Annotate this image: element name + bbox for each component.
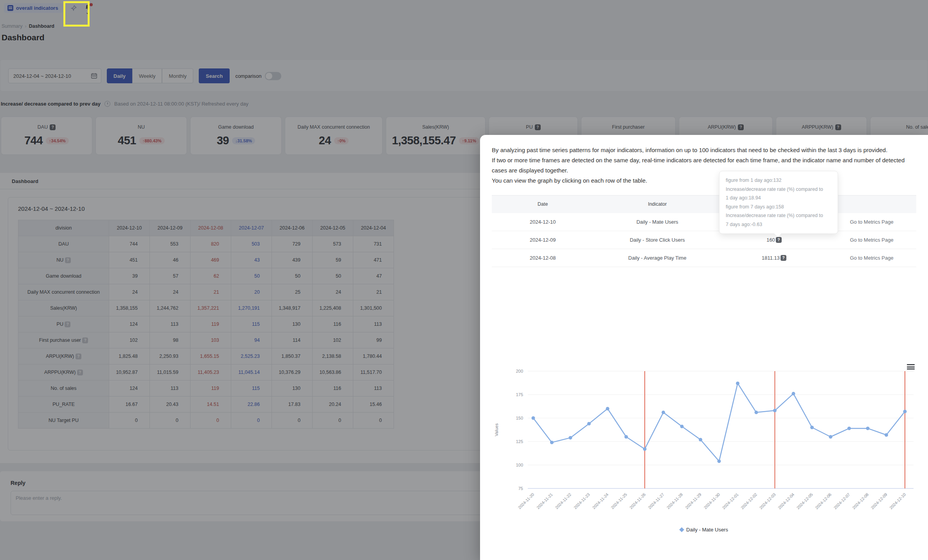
anomaly-indicator: Daily - Store Click Users xyxy=(593,231,721,249)
anomaly-indicator: Daily - Mate Users xyxy=(593,213,721,231)
svg-text:2024-12-10: 2024-12-10 xyxy=(888,492,907,510)
go-to-metrics-link[interactable]: Go to Metrics Page xyxy=(827,231,916,249)
modal-description-line: You can view the graph by clicking on ea… xyxy=(492,176,916,186)
svg-text:150: 150 xyxy=(516,416,523,420)
svg-text:2024-11-26: 2024-11-26 xyxy=(628,492,646,510)
highlight-box xyxy=(63,1,90,27)
tooltip-line: Increase/decrease rate rate (%) compared… xyxy=(726,211,831,220)
anomaly-date: 2024-12-10 xyxy=(492,213,593,231)
svg-text:175: 175 xyxy=(516,392,523,397)
figure-tooltip: figure from 1 day ago:132Increase/decrea… xyxy=(719,171,838,234)
svg-text:2024-12-06: 2024-12-06 xyxy=(814,492,833,510)
legend-label: Daily - Mate Users xyxy=(686,527,728,533)
svg-text:2024-11-24: 2024-11-24 xyxy=(591,492,609,510)
tooltip-line: 1 day ago:18.94 xyxy=(726,194,831,203)
anomaly-header-row: DateIndicator xyxy=(492,196,916,213)
help-icon[interactable]: ? xyxy=(781,255,786,261)
svg-text:2024-12-01: 2024-12-01 xyxy=(721,492,739,510)
tooltip-line: 7 days ago:-0.63 xyxy=(726,220,831,229)
modal-description-line: By analyzing past time series patterns f… xyxy=(492,145,916,155)
anomaly-date: 2024-12-09 xyxy=(492,231,593,249)
svg-text:2024-12-07: 2024-12-07 xyxy=(833,492,851,510)
svg-text:2024-12-04: 2024-12-04 xyxy=(777,492,795,510)
svg-text:125: 125 xyxy=(516,439,523,444)
svg-text:Values: Values xyxy=(494,423,499,436)
anomaly-figure: 1811.13? xyxy=(721,249,827,267)
svg-text:2024-11-29: 2024-11-29 xyxy=(684,492,702,510)
go-to-metrics-link[interactable]: Go to Metrics Page xyxy=(827,249,916,267)
help-icon[interactable]: ? xyxy=(776,237,782,243)
svg-text:2024-11-25: 2024-11-25 xyxy=(610,492,628,510)
svg-text:2024-11-30: 2024-11-30 xyxy=(703,492,721,510)
svg-text:2024-12-08: 2024-12-08 xyxy=(851,492,870,510)
chart-legend: Daily - Mate Users xyxy=(492,527,916,533)
svg-text:2024-11-27: 2024-11-27 xyxy=(647,492,665,510)
tooltip-line: figure from 7 days ago:158 xyxy=(726,203,831,212)
anomaly-row[interactable]: 2024-12-10Daily - Mate Users157?Go to Me… xyxy=(492,213,916,231)
svg-text:2024-12-03: 2024-12-03 xyxy=(758,492,777,510)
figure-value: 1811.13 xyxy=(762,255,780,261)
svg-text:2024-11-21: 2024-11-21 xyxy=(536,492,554,510)
svg-text:2024-12-02: 2024-12-02 xyxy=(740,492,758,510)
go-to-metrics-link[interactable]: Go to Metrics Page xyxy=(827,213,916,231)
modal-description-line: If two or more time frames are detected … xyxy=(492,155,916,176)
chart-menu-icon[interactable] xyxy=(907,364,915,370)
anomaly-table: DateIndicator2024-12-10Daily - Mate User… xyxy=(492,195,916,267)
svg-text:2024-11-23: 2024-11-23 xyxy=(573,492,591,510)
svg-text:100: 100 xyxy=(516,463,523,467)
svg-text:75: 75 xyxy=(518,486,523,491)
figure-cell: 160? xyxy=(766,237,782,243)
chart-block: 75100125150175200Values2024-11-202024-11… xyxy=(492,366,916,533)
figure-value: 160 xyxy=(766,237,775,243)
anomaly-row[interactable]: 2024-12-09Daily - Store Click Users160?G… xyxy=(492,231,916,249)
anomaly-column-header: Indicator xyxy=(593,196,721,213)
tooltip-line: figure from 1 day ago:132 xyxy=(726,176,831,185)
anomaly-date: 2024-12-08 xyxy=(492,249,593,267)
svg-text:200: 200 xyxy=(516,369,523,373)
svg-text:2024-11-28: 2024-11-28 xyxy=(665,492,683,510)
anomaly-indicator: Daily - Average Play Time xyxy=(593,249,721,267)
svg-text:2024-11-20: 2024-11-20 xyxy=(517,492,535,510)
anomaly-row[interactable]: 2024-12-08Daily - Average Play Time1811.… xyxy=(492,249,916,267)
modal-description: By analyzing past time series patterns f… xyxy=(492,145,916,186)
figure-cell: 1811.13? xyxy=(762,255,786,261)
line-chart[interactable]: 75100125150175200Values2024-11-202024-11… xyxy=(492,366,916,524)
tooltip-line: Increase/decrease rate rate (%) compared… xyxy=(726,185,831,194)
anomaly-column-header xyxy=(827,196,916,213)
legend-marker-icon xyxy=(679,527,684,532)
anomaly-modal: By analyzing past time series patterns f… xyxy=(480,135,928,560)
svg-text:2024-11-22: 2024-11-22 xyxy=(554,492,572,510)
svg-text:2024-12-05: 2024-12-05 xyxy=(795,492,814,510)
svg-text:2024-12-09: 2024-12-09 xyxy=(870,492,888,510)
anomaly-column-header: Date xyxy=(492,196,593,213)
